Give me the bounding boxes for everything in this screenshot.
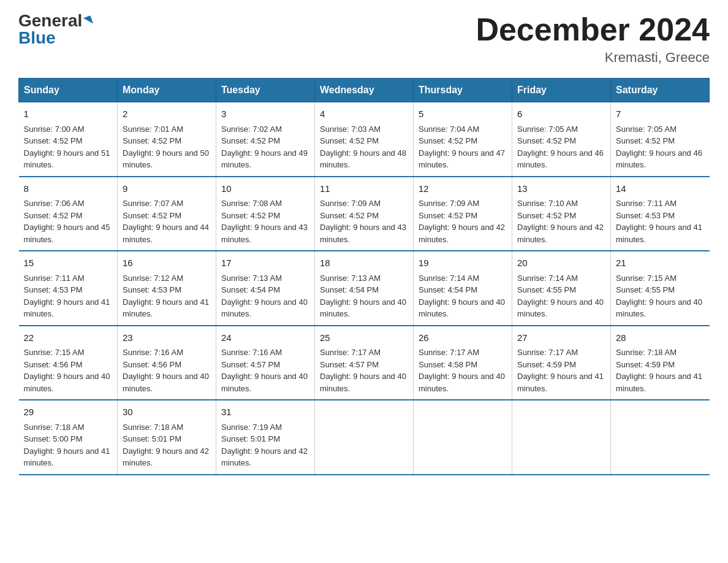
calendar-cell [611,400,710,475]
week-row-4: 22Sunrise: 7:15 AMSunset: 4:56 PMDayligh… [19,326,710,400]
header-day-sunday: Sunday [19,79,118,102]
day-info: Sunrise: 7:03 AMSunset: 4:52 PMDaylight:… [320,124,406,170]
day-info: Sunrise: 7:02 AMSunset: 4:52 PMDaylight:… [221,124,308,170]
week-row-1: 1Sunrise: 7:00 AMSunset: 4:52 PMDaylight… [19,102,710,177]
page-header: General Blue December 2024 Kremasti, Gre… [18,12,710,66]
day-info: Sunrise: 7:19 AMSunset: 5:01 PMDaylight:… [221,423,308,468]
day-number: 25 [320,331,408,345]
day-info: Sunrise: 7:05 AMSunset: 4:52 PMDaylight:… [517,124,604,170]
day-info: Sunrise: 7:08 AMSunset: 4:52 PMDaylight:… [221,199,308,244]
day-info: Sunrise: 7:17 AMSunset: 4:59 PMDaylight:… [517,348,604,393]
day-number: 31 [221,405,309,419]
day-info: Sunrise: 7:11 AMSunset: 4:53 PMDaylight:… [24,274,110,319]
calendar-cell: 4Sunrise: 7:03 AMSunset: 4:52 PMDaylight… [315,102,414,177]
day-number: 10 [221,182,309,196]
day-number: 19 [419,256,507,270]
day-number: 13 [517,182,605,196]
day-info: Sunrise: 7:13 AMSunset: 4:54 PMDaylight:… [320,274,406,319]
header-day-wednesday: Wednesday [315,79,414,102]
calendar-cell: 30Sunrise: 7:18 AMSunset: 5:01 PMDayligh… [118,400,216,475]
logo-blue: Blue [18,29,56,47]
day-info: Sunrise: 7:18 AMSunset: 4:59 PMDaylight:… [616,348,702,393]
week-row-2: 8Sunrise: 7:06 AMSunset: 4:52 PMDaylight… [19,177,710,251]
day-number: 14 [616,182,705,196]
day-number: 6 [517,107,605,121]
day-info: Sunrise: 7:17 AMSunset: 4:57 PMDaylight:… [320,348,406,393]
week-row-3: 15Sunrise: 7:11 AMSunset: 4:53 PMDayligh… [19,251,710,326]
calendar-cell: 6Sunrise: 7:05 AMSunset: 4:52 PMDaylight… [512,102,611,177]
calendar-cell: 10Sunrise: 7:08 AMSunset: 4:52 PMDayligh… [216,177,315,251]
day-info: Sunrise: 7:16 AMSunset: 4:56 PMDaylight:… [123,348,209,393]
day-number: 21 [616,256,705,270]
calendar-body: 1Sunrise: 7:00 AMSunset: 4:52 PMDaylight… [19,102,710,475]
day-number: 2 [123,107,211,121]
header-day-friday: Friday [512,79,611,102]
day-number: 11 [320,182,408,196]
day-info: Sunrise: 7:15 AMSunset: 4:55 PMDaylight:… [616,274,702,319]
calendar-cell: 18Sunrise: 7:13 AMSunset: 4:54 PMDayligh… [315,251,414,326]
logo-general: General [18,12,82,29]
calendar-cell: 2Sunrise: 7:01 AMSunset: 4:52 PMDaylight… [118,102,216,177]
calendar-cell: 3Sunrise: 7:02 AMSunset: 4:52 PMDaylight… [216,102,315,177]
calendar-cell [512,400,611,475]
calendar-cell: 11Sunrise: 7:09 AMSunset: 4:52 PMDayligh… [315,177,414,251]
day-number: 16 [123,256,211,270]
day-number: 3 [221,107,309,121]
day-number: 8 [24,182,113,196]
calendar-cell: 24Sunrise: 7:16 AMSunset: 4:57 PMDayligh… [216,326,315,400]
calendar-cell: 9Sunrise: 7:07 AMSunset: 4:52 PMDaylight… [118,177,216,251]
day-number: 15 [24,256,113,270]
calendar-cell: 1Sunrise: 7:00 AMSunset: 4:52 PMDaylight… [19,102,118,177]
calendar-cell [315,400,414,475]
day-number: 20 [517,256,605,270]
day-number: 24 [221,331,309,345]
calendar-cell: 26Sunrise: 7:17 AMSunset: 4:58 PMDayligh… [414,326,512,400]
day-info: Sunrise: 7:09 AMSunset: 4:52 PMDaylight:… [320,199,406,244]
day-info: Sunrise: 7:07 AMSunset: 4:52 PMDaylight:… [123,199,209,244]
day-number: 29 [24,405,113,419]
day-info: Sunrise: 7:04 AMSunset: 4:52 PMDaylight:… [419,124,505,170]
calendar-cell: 29Sunrise: 7:18 AMSunset: 5:00 PMDayligh… [19,400,118,475]
day-number: 5 [419,107,507,121]
calendar-cell: 20Sunrise: 7:14 AMSunset: 4:55 PMDayligh… [512,251,611,326]
day-info: Sunrise: 7:16 AMSunset: 4:57 PMDaylight:… [221,348,308,393]
day-number: 17 [221,256,309,270]
calendar-cell: 25Sunrise: 7:17 AMSunset: 4:57 PMDayligh… [315,326,414,400]
calendar-cell: 27Sunrise: 7:17 AMSunset: 4:59 PMDayligh… [512,326,611,400]
day-number: 12 [419,182,507,196]
day-info: Sunrise: 7:14 AMSunset: 4:55 PMDaylight:… [517,274,604,319]
day-number: 23 [123,331,211,345]
calendar-cell: 21Sunrise: 7:15 AMSunset: 4:55 PMDayligh… [611,251,710,326]
title-block: December 2024 Kremasti, Greece [476,12,710,66]
calendar-cell: 14Sunrise: 7:11 AMSunset: 4:53 PMDayligh… [611,177,710,251]
day-info: Sunrise: 7:00 AMSunset: 4:52 PMDaylight:… [24,124,110,170]
header-day-saturday: Saturday [611,79,710,102]
day-number: 26 [419,331,507,345]
day-number: 28 [616,331,705,345]
day-number: 27 [517,331,605,345]
calendar-cell: 22Sunrise: 7:15 AMSunset: 4:56 PMDayligh… [19,326,118,400]
day-info: Sunrise: 7:18 AMSunset: 5:00 PMDaylight:… [24,423,110,468]
calendar-cell: 31Sunrise: 7:19 AMSunset: 5:01 PMDayligh… [216,400,315,475]
calendar-cell: 12Sunrise: 7:09 AMSunset: 4:52 PMDayligh… [414,177,512,251]
logo-arrow-icon [83,15,93,26]
day-number: 18 [320,256,408,270]
calendar-cell: 16Sunrise: 7:12 AMSunset: 4:53 PMDayligh… [118,251,216,326]
day-number: 30 [123,405,211,419]
calendar-cell: 5Sunrise: 7:04 AMSunset: 4:52 PMDaylight… [414,102,512,177]
calendar-header: SundayMondayTuesdayWednesdayThursdayFrid… [19,79,710,102]
logo: General Blue [18,12,92,47]
day-number: 9 [123,182,211,196]
day-info: Sunrise: 7:01 AMSunset: 4:52 PMDaylight:… [123,124,209,170]
day-info: Sunrise: 7:10 AMSunset: 4:52 PMDaylight:… [517,199,604,244]
day-info: Sunrise: 7:09 AMSunset: 4:52 PMDaylight:… [419,199,505,244]
calendar-cell: 23Sunrise: 7:16 AMSunset: 4:56 PMDayligh… [118,326,216,400]
calendar-cell: 28Sunrise: 7:18 AMSunset: 4:59 PMDayligh… [611,326,710,400]
header-day-thursday: Thursday [414,79,512,102]
calendar-cell: 7Sunrise: 7:05 AMSunset: 4:52 PMDaylight… [611,102,710,177]
page-subtitle: Kremasti, Greece [476,50,710,66]
day-info: Sunrise: 7:12 AMSunset: 4:53 PMDaylight:… [123,274,209,319]
calendar-cell: 15Sunrise: 7:11 AMSunset: 4:53 PMDayligh… [19,251,118,326]
day-number: 7 [616,107,705,121]
calendar-cell: 17Sunrise: 7:13 AMSunset: 4:54 PMDayligh… [216,251,315,326]
